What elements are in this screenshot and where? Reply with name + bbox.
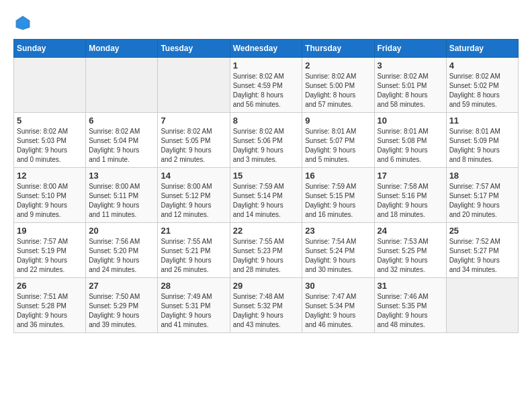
calendar-cell: 3Sunrise: 8:02 AM Sunset: 5:01 PM Daylig… (374, 58, 446, 113)
day-info: Sunrise: 7:56 AM Sunset: 5:20 PM Dayligh… (89, 237, 154, 275)
day-info: Sunrise: 8:02 AM Sunset: 5:06 PM Dayligh… (233, 127, 300, 165)
calendar-cell: 31Sunrise: 7:46 AM Sunset: 5:35 PM Dayli… (374, 278, 446, 333)
day-info: Sunrise: 8:02 AM Sunset: 4:59 PM Dayligh… (233, 72, 300, 109)
day-info: Sunrise: 7:57 AM Sunset: 5:19 PM Dayligh… (17, 237, 83, 275)
day-info: Sunrise: 8:02 AM Sunset: 5:00 PM Dayligh… (305, 72, 371, 109)
day-number: 6 (89, 116, 154, 126)
calendar-body: 1Sunrise: 8:02 AM Sunset: 4:59 PM Daylig… (14, 58, 519, 333)
day-info: Sunrise: 7:53 AM Sunset: 5:25 PM Dayligh… (378, 237, 443, 275)
calendar-cell: 28Sunrise: 7:49 AM Sunset: 5:31 PM Dayli… (158, 278, 230, 333)
day-info: Sunrise: 8:00 AM Sunset: 5:11 PM Dayligh… (89, 182, 154, 220)
day-number: 24 (378, 226, 443, 236)
day-number: 21 (161, 226, 226, 236)
calendar-week-row: 26Sunrise: 7:51 AM Sunset: 5:28 PM Dayli… (14, 278, 519, 333)
day-info: Sunrise: 7:55 AM Sunset: 5:21 PM Dayligh… (161, 237, 226, 275)
weekday-header: Thursday (302, 40, 374, 58)
weekday-header: Monday (86, 40, 158, 58)
day-number: 11 (449, 116, 515, 126)
calendar-cell: 1Sunrise: 8:02 AM Sunset: 4:59 PM Daylig… (230, 58, 302, 113)
calendar-week-row: 5Sunrise: 8:02 AM Sunset: 5:03 PM Daylig… (14, 113, 519, 168)
day-info: Sunrise: 7:59 AM Sunset: 5:14 PM Dayligh… (233, 182, 300, 220)
day-number: 9 (305, 116, 371, 126)
day-number: 31 (378, 281, 443, 291)
day-info: Sunrise: 7:57 AM Sunset: 5:17 PM Dayligh… (449, 182, 515, 220)
day-info: Sunrise: 8:01 AM Sunset: 5:08 PM Dayligh… (378, 127, 443, 165)
day-info: Sunrise: 8:02 AM Sunset: 5:05 PM Dayligh… (161, 127, 226, 165)
day-info: Sunrise: 7:54 AM Sunset: 5:24 PM Dayligh… (305, 237, 371, 275)
calendar-cell: 22Sunrise: 7:55 AM Sunset: 5:23 PM Dayli… (230, 223, 302, 278)
day-info: Sunrise: 7:46 AM Sunset: 5:35 PM Dayligh… (378, 292, 443, 330)
day-info: Sunrise: 8:02 AM Sunset: 5:01 PM Dayligh… (378, 72, 443, 109)
calendar-cell (86, 58, 158, 113)
calendar-cell: 8Sunrise: 8:02 AM Sunset: 5:06 PM Daylig… (230, 113, 302, 168)
calendar-cell: 20Sunrise: 7:56 AM Sunset: 5:20 PM Dayli… (86, 223, 158, 278)
weekday-header: Tuesday (158, 40, 230, 58)
calendar-cell: 2Sunrise: 8:02 AM Sunset: 5:00 PM Daylig… (302, 58, 374, 113)
day-info: Sunrise: 8:00 AM Sunset: 5:10 PM Dayligh… (17, 182, 83, 220)
calendar-cell: 15Sunrise: 7:59 AM Sunset: 5:14 PM Dayli… (230, 168, 302, 223)
day-number: 19 (17, 226, 83, 236)
calendar-cell: 29Sunrise: 7:48 AM Sunset: 5:32 PM Dayli… (230, 278, 302, 333)
day-number: 20 (89, 226, 154, 236)
calendar-cell: 13Sunrise: 8:00 AM Sunset: 5:11 PM Dayli… (86, 168, 158, 223)
day-number: 29 (233, 281, 300, 291)
day-number: 10 (378, 116, 443, 126)
calendar-cell: 5Sunrise: 8:02 AM Sunset: 5:03 PM Daylig… (14, 113, 86, 168)
calendar-cell: 26Sunrise: 7:51 AM Sunset: 5:28 PM Dayli… (14, 278, 86, 333)
day-info: Sunrise: 8:02 AM Sunset: 5:03 PM Dayligh… (17, 127, 83, 165)
day-number: 1 (233, 60, 300, 71)
calendar-cell: 11Sunrise: 8:01 AM Sunset: 5:09 PM Dayli… (446, 113, 518, 168)
calendar-cell: 24Sunrise: 7:53 AM Sunset: 5:25 PM Dayli… (374, 223, 446, 278)
day-number: 13 (89, 171, 154, 181)
calendar-cell: 4Sunrise: 8:02 AM Sunset: 5:02 PM Daylig… (446, 58, 518, 113)
day-info: Sunrise: 7:51 AM Sunset: 5:28 PM Dayligh… (17, 292, 83, 330)
day-info: Sunrise: 7:49 AM Sunset: 5:31 PM Dayligh… (161, 292, 226, 330)
calendar-cell: 10Sunrise: 8:01 AM Sunset: 5:08 PM Dayli… (374, 113, 446, 168)
calendar-cell: 12Sunrise: 8:00 AM Sunset: 5:10 PM Dayli… (14, 168, 86, 223)
day-number: 23 (305, 226, 371, 236)
day-number: 17 (378, 171, 443, 181)
day-info: Sunrise: 7:48 AM Sunset: 5:32 PM Dayligh… (233, 292, 300, 330)
calendar-cell: 27Sunrise: 7:50 AM Sunset: 5:29 PM Dayli… (86, 278, 158, 333)
day-number: 15 (233, 171, 300, 181)
calendar-week-row: 12Sunrise: 8:00 AM Sunset: 5:10 PM Dayli… (14, 168, 519, 223)
day-info: Sunrise: 7:52 AM Sunset: 5:27 PM Dayligh… (449, 237, 515, 275)
weekday-row: SundayMondayTuesdayWednesdayThursdayFrid… (14, 40, 519, 58)
day-info: Sunrise: 8:02 AM Sunset: 5:04 PM Dayligh… (89, 127, 154, 165)
calendar-cell (158, 58, 230, 113)
day-info: Sunrise: 8:02 AM Sunset: 5:02 PM Dayligh… (449, 72, 515, 109)
day-number: 27 (89, 281, 154, 291)
day-info: Sunrise: 7:47 AM Sunset: 5:34 PM Dayligh… (305, 292, 371, 330)
calendar-cell: 25Sunrise: 7:52 AM Sunset: 5:27 PM Dayli… (446, 223, 518, 278)
day-number: 30 (305, 281, 371, 291)
calendar-cell: 17Sunrise: 7:58 AM Sunset: 5:16 PM Dayli… (374, 168, 446, 223)
calendar-week-row: 19Sunrise: 7:57 AM Sunset: 5:19 PM Dayli… (14, 223, 519, 278)
day-number: 26 (17, 281, 83, 291)
calendar-week-row: 1Sunrise: 8:02 AM Sunset: 4:59 PM Daylig… (14, 58, 519, 113)
day-info: Sunrise: 8:01 AM Sunset: 5:07 PM Dayligh… (305, 127, 371, 165)
calendar-cell: 21Sunrise: 7:55 AM Sunset: 5:21 PM Dayli… (158, 223, 230, 278)
day-number: 14 (161, 171, 226, 181)
calendar-header: SundayMondayTuesdayWednesdayThursdayFrid… (14, 40, 519, 58)
day-number: 22 (233, 226, 300, 236)
calendar-cell: 14Sunrise: 8:00 AM Sunset: 5:12 PM Dayli… (158, 168, 230, 223)
day-number: 3 (378, 60, 443, 71)
day-info: Sunrise: 7:50 AM Sunset: 5:29 PM Dayligh… (89, 292, 154, 330)
calendar-cell: 18Sunrise: 7:57 AM Sunset: 5:17 PM Dayli… (446, 168, 518, 223)
calendar-cell (14, 58, 86, 113)
day-number: 8 (233, 116, 300, 126)
day-info: Sunrise: 8:00 AM Sunset: 5:12 PM Dayligh… (161, 182, 226, 220)
calendar-cell: 19Sunrise: 7:57 AM Sunset: 5:19 PM Dayli… (14, 223, 86, 278)
weekday-header: Sunday (14, 40, 86, 58)
day-number: 5 (17, 116, 83, 126)
day-number: 2 (305, 60, 371, 71)
day-number: 12 (17, 171, 83, 181)
calendar-cell: 30Sunrise: 7:47 AM Sunset: 5:34 PM Dayli… (302, 278, 374, 333)
calendar-cell: 7Sunrise: 8:02 AM Sunset: 5:05 PM Daylig… (158, 113, 230, 168)
logo-icon (13, 13, 32, 32)
calendar-cell: 23Sunrise: 7:54 AM Sunset: 5:24 PM Dayli… (302, 223, 374, 278)
calendar-cell: 9Sunrise: 8:01 AM Sunset: 5:07 PM Daylig… (302, 113, 374, 168)
day-number: 16 (305, 171, 371, 181)
page-header (13, 13, 519, 32)
calendar-cell: 16Sunrise: 7:59 AM Sunset: 5:15 PM Dayli… (302, 168, 374, 223)
